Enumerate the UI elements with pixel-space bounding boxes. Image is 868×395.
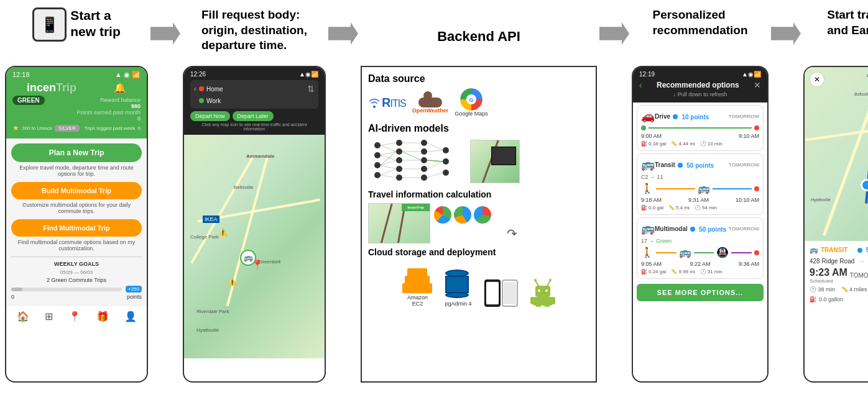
multi-fuel: ⛽ 0.24 gal	[641, 269, 666, 275]
origin-dest-panel: ‹ Home ⇅ ‹ Work	[190, 80, 318, 109]
multimodal-tomorrow: TOMORROW	[729, 226, 759, 232]
multi-dur-val: 31 min	[708, 269, 723, 275]
points-text: points	[127, 294, 142, 300]
gas-icon: ⛽	[641, 141, 647, 147]
depart-buttons: Depart Now Depart Later	[190, 111, 318, 121]
depart-later-button[interactable]: Depart Later	[233, 111, 274, 121]
drive-stats: ⛽ 0.18 gal 📏 4.44 mi 🕐 10 min	[641, 141, 759, 147]
transit-dist: 📏 5.4 mi	[668, 205, 690, 211]
phone4-stats: 🕐 38 min 📏 4 miles	[810, 286, 868, 293]
drive-end-dot	[754, 125, 759, 130]
phone4-mockup: Ammendale Beltsville Greenbelt Berwyn He…	[803, 66, 868, 383]
svg-rect-52	[545, 306, 550, 307]
multi-bus-icon: 🚌	[679, 247, 691, 258]
swap-icon[interactable]: ⇅	[307, 84, 315, 94]
transit-label: Transit	[655, 161, 675, 168]
phone2-header: 12:26 ▲◉📶 ‹ Home ⇅ ‹ Work	[184, 67, 325, 135]
phone2-mockup: 12:26 ▲◉📶 ‹ Home ⇅ ‹ Work	[183, 66, 326, 383]
pie-chart-3	[474, 206, 491, 224]
drive-fuel-val: 0.18 gal	[649, 141, 666, 147]
drive-fuel: ⛽ 0.18 gal	[641, 141, 666, 147]
multi-fuel-val: 0.24 gal	[649, 269, 666, 275]
gift-footer-icon[interactable]: 🎁	[96, 311, 109, 322]
curved-arrow-icon: ↷	[434, 226, 589, 241]
phone4-fuel-row: ⛽ 0.0 gallon	[810, 296, 868, 302]
svg-text:G: G	[469, 97, 473, 103]
rec-card-multimodal: 🚌 Multimodal 50 points TOMORROW 17 → Gre…	[637, 217, 764, 279]
clock-icon: 🕐	[700, 141, 706, 147]
weather-cloud-icon	[418, 91, 442, 107]
spacer: ‹	[194, 96, 196, 105]
home-footer-icon[interactable]: 🏠	[17, 311, 29, 322]
transit-start-time: 9:18 AM	[641, 197, 662, 203]
depart-now-button[interactable]: Depart Now	[190, 111, 230, 121]
main-page: 📱 Start a new trip 12:18 ▲ ◉ 📶 incenTrip…	[0, 0, 868, 395]
multimodal-bar1	[656, 252, 676, 253]
step1-title: Start a new trip	[70, 7, 121, 40]
multi-end-time: 9:36 AM	[739, 261, 759, 267]
user-footer-icon[interactable]: 👤	[124, 311, 137, 322]
svg-point-15	[421, 166, 427, 172]
bell-icon: 🔔	[114, 82, 126, 94]
googlemaps-svg: G	[460, 88, 482, 111]
hyattsville-label: Hyattsville	[196, 327, 219, 333]
destination-input[interactable]: Work	[206, 98, 221, 104]
find-btn-description: Find multimodal commute options based on…	[11, 239, 142, 252]
warning-icon-1: ⚠️	[218, 228, 228, 237]
drive-dist: 📏 4.44 mi	[671, 141, 695, 147]
plan-new-trip-button[interactable]: Plan a New Trip	[11, 143, 142, 162]
drive-dur-val: 10 min	[708, 141, 723, 147]
phone4-distance: 📏 4 miles	[841, 286, 867, 293]
wifi-icon	[368, 96, 381, 109]
beltsville-label: Beltsville	[234, 184, 254, 190]
drive-label: Drive	[655, 113, 670, 120]
back-icon[interactable]: ‹	[194, 84, 196, 93]
ritis-logo: RITIS	[368, 96, 406, 110]
charts-area: ↷	[434, 206, 589, 241]
multimodal-end-dot	[754, 250, 759, 255]
origin-input[interactable]: Home	[206, 86, 223, 93]
grid-footer-icon[interactable]: ⊞	[45, 311, 53, 322]
transit-times: 9:18 AM 9:31 AM 10:10 AM	[641, 197, 759, 203]
find-multimodal-button[interactable]: Find Multimodal Trip	[11, 219, 142, 237]
pg-bottom	[445, 292, 469, 298]
bus-icon-small: 🚌	[698, 183, 710, 194]
address-text: 428 Ridge Road	[810, 258, 854, 265]
see-more-options-button[interactable]: SEE MORE OPTIONS...	[637, 284, 764, 301]
location-footer-icon[interactable]: 📍	[68, 311, 81, 322]
build-multimodal-button[interactable]: Build Multimodal Trip	[11, 182, 142, 199]
ai-driven-title: AI-driven models	[368, 123, 589, 134]
svg-point-4	[374, 152, 381, 158]
phone1-body: Plan a New Trip Explore travel mode, dep…	[6, 138, 147, 305]
transit-dur: 🕐 54 min	[695, 205, 717, 211]
multi-metro-icon: 🚇	[716, 247, 729, 258]
step1-header: 📱 Start a new trip	[32, 4, 121, 66]
goals-count-row: 0 points	[11, 293, 142, 300]
phone3-close-icon[interactable]: ✕	[754, 80, 761, 90]
step3-column: Backend API Data source RITIS	[361, 4, 597, 383]
phone3-back-icon[interactable]: ‹	[639, 80, 642, 90]
svg-line-25	[381, 165, 396, 169]
dur-val: 38 min	[818, 286, 835, 293]
goals-count-val: 0	[11, 294, 14, 300]
map4-back-button[interactable]: ✕	[810, 72, 824, 87]
googlemaps-logo: G Google Maps	[455, 88, 488, 117]
cloud-section: Cloud storage and deployment Amazon EC2	[368, 247, 589, 307]
bus-stop-icon[interactable]: 🚌	[240, 250, 256, 266]
ikea-label: IKEA	[203, 216, 219, 223]
svg-line-34	[427, 150, 443, 152]
multimodal-times: 9:05 AM 9:22 AM 9:36 AM	[641, 261, 759, 267]
svg-line-36	[427, 161, 443, 169]
hyattsville-p4: Hyattsville	[811, 198, 831, 202]
svg-line-23	[381, 155, 396, 160]
aws-ec2-icon: Amazon EC2	[402, 261, 432, 307]
multimodal-card-header: 🚌 Multimodal 50 points TOMORROW	[641, 222, 759, 235]
transit-dur-val: 54 min	[702, 205, 717, 211]
svg-line-37	[427, 173, 443, 178]
transit-mode-icon: 🚌	[641, 158, 655, 171]
svg-rect-48	[533, 297, 553, 306]
points-row: 50 points	[857, 247, 868, 253]
svg-line-44	[535, 281, 538, 286]
drive-mode-icon: 🚗	[641, 109, 655, 123]
phone3-nav: ‹ Recommended options ✕	[639, 80, 761, 90]
